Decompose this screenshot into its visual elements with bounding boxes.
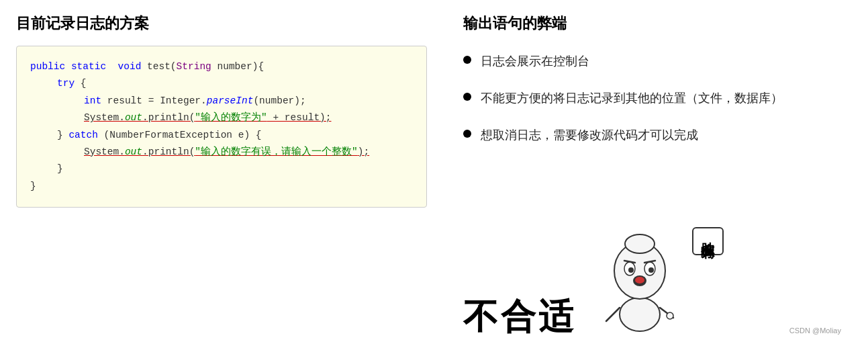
bullet-text-2: 不能更方便的将日志记录到其他的位置（文件，数据库） bbox=[481, 89, 783, 107]
left-title: 目前记录日志的方案 bbox=[16, 13, 427, 34]
svg-point-0 bbox=[620, 298, 660, 331]
code-line-2: try { bbox=[30, 75, 413, 92]
meme-text: 不合适 bbox=[463, 300, 576, 335]
list-item: 日志会展示在控制台 bbox=[463, 52, 848, 71]
right-panel: 输出语句的弊端 日志会展示在控制台 不能更方便的将日志记录到其他的位置（文件，数… bbox=[443, 0, 868, 348]
bullet-dot bbox=[463, 130, 471, 138]
svg-point-10 bbox=[648, 267, 654, 273]
code-line-4: System.out.println("输入的数字为" + result); bbox=[30, 110, 413, 126]
bullet-text-1: 日志会展示在控制台 bbox=[481, 52, 589, 71]
svg-point-3 bbox=[667, 312, 673, 319]
code-line-5: } catch (NumberFormatException e) { bbox=[30, 127, 413, 144]
bullet-list: 日志会展示在控制台 不能更方便的将日志记录到其他的位置（文件，数据库） 想取消日… bbox=[463, 52, 848, 163]
bullet-text-3: 想取消日志，需要修改源代码才可以完成 bbox=[481, 126, 698, 144]
list-item: 想取消日志，需要修改源代码才可以完成 bbox=[463, 126, 848, 144]
code-line-3: int result = Integer.parseInt(number); bbox=[30, 93, 413, 110]
cartoon-svg bbox=[596, 227, 683, 335]
meme-figure: 肿么办啊！ bbox=[596, 227, 683, 335]
bullet-dot bbox=[463, 56, 471, 64]
watermark: CSDN @Moliay bbox=[789, 327, 841, 335]
code-line-7: } bbox=[30, 161, 413, 177]
svg-point-6 bbox=[625, 234, 655, 253]
bullet-dot bbox=[463, 93, 471, 101]
code-line-8: } bbox=[30, 178, 413, 195]
bottom-area: 不合适 bbox=[463, 227, 848, 335]
list-item: 不能更方便的将日志记录到其他的位置（文件，数据库） bbox=[463, 89, 848, 107]
left-panel: 目前记录日志的方案 public static void test(String… bbox=[0, 0, 443, 348]
svg-point-9 bbox=[628, 267, 634, 273]
right-title: 输出语句的弊端 bbox=[463, 13, 848, 34]
code-box: public static void test(String number){ … bbox=[16, 46, 427, 208]
speech-bubble: 肿么办啊！ bbox=[692, 227, 724, 255]
code-line-6: System.out.println("输入的数字有误，请输入一个整数"); bbox=[30, 144, 413, 161]
svg-point-14 bbox=[635, 277, 644, 284]
code-line-1: public static void test(String number){ bbox=[30, 58, 413, 75]
svg-line-1 bbox=[606, 308, 620, 321]
